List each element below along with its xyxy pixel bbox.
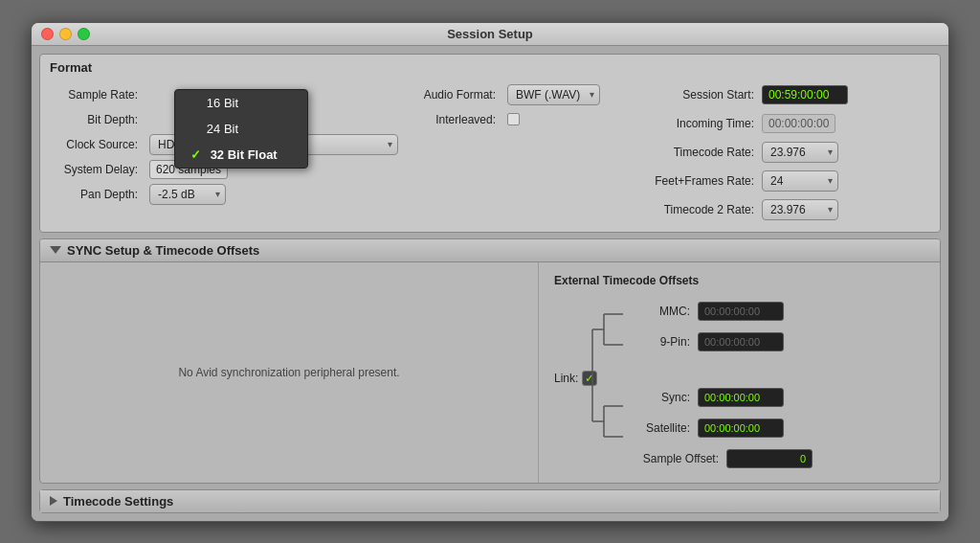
- feet-frames-row: Feet+Frames Rate: 24: [628, 169, 930, 193]
- timecode-rate-label: Timecode Rate:: [628, 146, 762, 159]
- format-right: Session Start: 00:59:00:00 Incoming Time…: [628, 82, 930, 222]
- ext-timecode-label: External Timecode Offsets: [554, 274, 924, 287]
- timecode2-rate-row: Timecode 2 Rate: 23.976: [628, 197, 930, 222]
- sync-section-label: SYNC Setup & Timecode Offsets: [67, 243, 259, 258]
- pan-depth-dropdown[interactable]: -2.5 dB: [149, 184, 226, 205]
- timecode-settings-label: Timecode Settings: [63, 494, 173, 509]
- interleaved-label: Interleaved:: [408, 113, 503, 126]
- window-body: Format Sample Rate: Bit Depth: Clock: [32, 46, 948, 521]
- bracket-area: Link: ✓: [554, 299, 631, 462]
- format-section: Format Sample Rate: Bit Depth: Clock: [39, 54, 941, 233]
- sync-value: 00:00:00:00: [704, 392, 760, 403]
- bit-16-label: 16 Bit: [207, 96, 238, 110]
- feet-frames-value: 24: [770, 174, 783, 188]
- timecode-settings-header[interactable]: Timecode Settings: [40, 490, 940, 512]
- sample-offset-input[interactable]: 0: [726, 449, 813, 468]
- timecode2-rate-dropdown[interactable]: 23.976: [762, 199, 838, 220]
- mmc-row: MMC: 00:00:00:00: [631, 299, 924, 324]
- format-content: Sample Rate: Bit Depth: Clock Source: HD…: [50, 82, 930, 222]
- feet-frames-dropdown[interactable]: 24: [762, 170, 838, 192]
- session-start-row: Session Start: 00:59:00:00: [628, 82, 930, 107]
- timecode2-rate-label: Timecode 2 Rate:: [628, 203, 762, 216]
- session-start-label: Session Start:: [628, 88, 762, 102]
- timecode-rate-value: 23.976: [770, 146, 806, 159]
- interleaved-checkbox-container: [507, 113, 520, 125]
- clock-source-label: Clock Source:: [50, 138, 145, 151]
- mmc-label: MMC:: [631, 305, 698, 318]
- mmc-input[interactable]: 00:00:00:00: [698, 302, 784, 321]
- audio-format-label: Audio Format:: [408, 88, 503, 102]
- link-spacer: [631, 360, 924, 379]
- system-delay-label: System Delay:: [50, 163, 145, 176]
- audio-format-row: Audio Format: BWF (.WAV): [408, 82, 618, 107]
- timecode-collapse-icon: [50, 496, 57, 506]
- pin9-value: 00:00:00:00: [704, 336, 760, 348]
- minimize-button[interactable]: [59, 28, 72, 40]
- sync-body: No Avid synchronization peripheral prese…: [40, 262, 940, 483]
- sync-left-panel: No Avid synchronization peripheral prese…: [40, 262, 538, 483]
- format-section-label: Format: [50, 60, 930, 75]
- bit-24-label: 24 Bit: [207, 122, 238, 136]
- sync-collapse-icon: [50, 246, 61, 254]
- bit-depth-popup: 16 Bit 24 Bit ✓ 32 Bit Float: [174, 89, 308, 169]
- incoming-time-label: Incoming Time:: [628, 117, 762, 130]
- audio-format-value: BWF (.WAV): [516, 88, 580, 102]
- incoming-time-value: 00:00:00:00: [768, 117, 829, 130]
- pin9-input[interactable]: 00:00:00:00: [698, 332, 784, 351]
- bit-depth-label: Bit Depth:: [50, 113, 145, 126]
- sample-offset-value: 0: [800, 453, 806, 464]
- satellite-label: Satellite:: [631, 421, 698, 435]
- format-middle: Audio Format: BWF (.WAV) Interleaved:: [408, 82, 618, 222]
- title-bar: Session Setup: [32, 23, 948, 46]
- timecode2-rate-value: 23.976: [770, 203, 806, 216]
- pan-depth-label: Pan Depth:: [50, 188, 145, 201]
- timecode-offsets-container: Link: ✓: [554, 299, 924, 471]
- sample-offset-label: Sample Offset:: [631, 452, 726, 465]
- interleaved-checkbox[interactable]: [507, 113, 520, 125]
- session-setup-window: Session Setup Format Sample Rate: Bit De…: [31, 22, 949, 522]
- incoming-time-row: Incoming Time: 00:00:00:00: [628, 111, 930, 136]
- sync-field-label: Sync:: [631, 391, 698, 404]
- bit-32-label: 32 Bit Float: [211, 147, 278, 162]
- window-controls: [41, 28, 90, 40]
- timecode-fields: MMC: 00:00:00:00 9-Pin: 00:00:00:00: [631, 299, 924, 471]
- no-peripheral-text: No Avid synchronization peripheral prese…: [178, 366, 399, 379]
- sync-right-panel: External Timecode Offsets Link: ✓: [538, 262, 940, 483]
- interleaved-row: Interleaved:: [408, 107, 618, 132]
- pan-depth-row: Pan Depth: -2.5 dB: [50, 182, 398, 207]
- sync-header[interactable]: SYNC Setup & Timecode Offsets: [40, 239, 940, 262]
- bit-32-checkmark: ✓: [190, 147, 205, 162]
- feet-frames-label: Feet+Frames Rate:: [628, 174, 762, 188]
- timecode-rate-dropdown[interactable]: 23.976: [762, 142, 838, 163]
- sample-rate-label: Sample Rate:: [50, 88, 145, 102]
- audio-format-dropdown[interactable]: BWF (.WAV): [507, 84, 600, 105]
- close-button[interactable]: [41, 28, 54, 40]
- incoming-time-input: 00:00:00:00: [762, 114, 835, 133]
- session-start-input[interactable]: 00:59:00:00: [762, 85, 848, 104]
- timecode-settings-section: Timecode Settings: [39, 489, 941, 513]
- sample-offset-row: Sample Offset: 0: [631, 446, 924, 471]
- pin9-row: 9-Pin: 00:00:00:00: [631, 329, 924, 354]
- bit-option-32[interactable]: ✓ 32 Bit Float: [175, 142, 307, 168]
- sync-section: SYNC Setup & Timecode Offsets No Avid sy…: [39, 238, 941, 484]
- pin9-label: 9-Pin:: [631, 335, 698, 349]
- bit-option-16[interactable]: 16 Bit: [175, 90, 307, 116]
- mmc-value: 00:00:00:00: [704, 305, 760, 317]
- pan-depth-value: -2.5 dB: [158, 188, 195, 201]
- sync-row: Sync: 00:00:00:00: [631, 385, 924, 410]
- satellite-row: Satellite: 00:00:00:00: [631, 416, 924, 441]
- satellite-input[interactable]: 00:00:00:00: [698, 419, 784, 438]
- session-start-value: 00:59:00:00: [768, 88, 829, 102]
- maximize-button[interactable]: [78, 28, 90, 40]
- bit-16-checkmark: [190, 96, 197, 110]
- window-title: Session Setup: [447, 27, 533, 41]
- bit-24-checkmark: [190, 122, 197, 136]
- satellite-value: 00:00:00:00: [704, 422, 760, 434]
- bracket-svg: [554, 299, 631, 462]
- timecode-rate-row: Timecode Rate: 23.976: [628, 140, 930, 165]
- format-left: Sample Rate: Bit Depth: Clock Source: HD…: [50, 82, 398, 222]
- bit-option-24[interactable]: 24 Bit: [175, 116, 307, 142]
- sync-input[interactable]: 00:00:00:00: [698, 388, 784, 407]
